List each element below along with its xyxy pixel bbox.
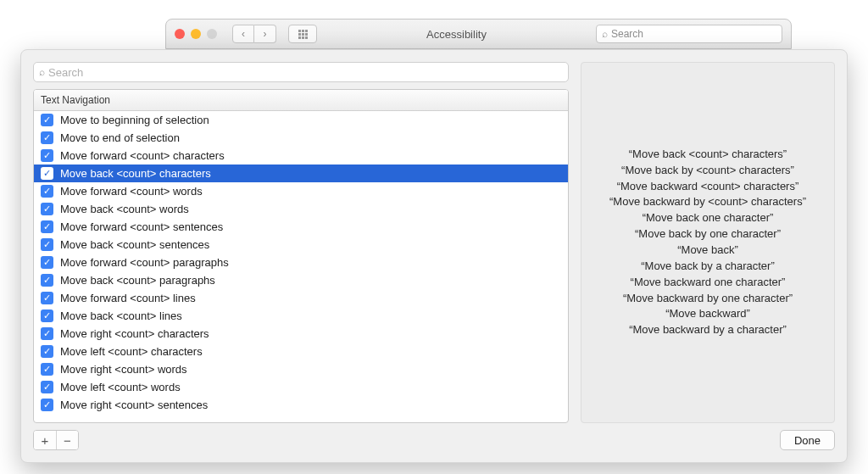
list-item-label: Move forward <count> lines (60, 292, 196, 304)
left-column: ⌕ Text Navigation ✓Move to beginning of … (33, 62, 569, 423)
list-item[interactable]: ✓Move back <count> sentences (34, 236, 568, 254)
list-item-label: Move back <count> sentences (60, 238, 209, 251)
nav-back-forward: ‹ › (232, 25, 276, 43)
phrase-line: “Move backward by a character” (609, 322, 806, 338)
checkbox-icon[interactable]: ✓ (41, 149, 53, 162)
checkbox-icon[interactable]: ✓ (41, 203, 53, 215)
section-header: Text Navigation (34, 90, 568, 111)
done-button[interactable]: Done (780, 430, 835, 450)
list-item[interactable]: ✓Move to end of selection (34, 129, 568, 147)
list-item[interactable]: ✓Move back <count> words (34, 200, 568, 218)
search-icon: ⌕ (39, 66, 45, 78)
back-button[interactable]: ‹ (232, 25, 254, 43)
list-item-label: Move forward <count> characters (60, 149, 225, 162)
checkbox-icon[interactable]: ✓ (41, 131, 53, 144)
commands-scroll[interactable]: ✓Move to beginning of selection✓Move to … (34, 111, 568, 422)
parent-window-titlebar: ‹ › Accessibility ⌕ Search (165, 19, 792, 49)
minimize-icon[interactable] (191, 29, 201, 39)
phrase-line: “Move back by a character” (609, 259, 806, 275)
list-item-label: Move right <count> characters (60, 327, 209, 340)
phrase-line: “Move backward by <count> characters” (609, 194, 806, 210)
checkbox-icon[interactable]: ✓ (41, 114, 53, 126)
sheet-controls: + − Done (33, 430, 835, 450)
phrase-line: “Move back <count> characters” (609, 147, 806, 163)
list-item[interactable]: ✓Move back <count> characters (34, 165, 568, 182)
list-item[interactable]: ✓Move forward <count> lines (34, 289, 568, 307)
checkbox-icon[interactable]: ✓ (41, 238, 53, 251)
checkbox-icon[interactable]: ✓ (41, 309, 53, 322)
checkbox-icon[interactable]: ✓ (41, 399, 53, 411)
list-item-label: Move forward <count> sentences (60, 220, 223, 233)
checkbox-icon[interactable]: ✓ (41, 381, 53, 393)
checkbox-icon[interactable]: ✓ (41, 256, 53, 269)
list-item-label: Move back <count> words (60, 203, 189, 215)
list-item-label: Move forward <count> words (60, 185, 203, 198)
phrases-list: “Move back <count> characters”“Move back… (609, 147, 806, 338)
list-item[interactable]: ✓Move forward <count> characters (34, 147, 568, 165)
phrase-line: “Move back one character” (609, 210, 806, 226)
list-item-label: Move left <count> characters (60, 345, 203, 358)
list-item[interactable]: ✓Move right <count> sentences (34, 396, 568, 414)
list-item-label: Move to beginning of selection (60, 114, 209, 126)
list-item-label: Move left <count> words (60, 381, 181, 393)
toolbar-search-placeholder: Search (611, 28, 643, 40)
checkbox-icon[interactable]: ✓ (41, 363, 53, 376)
forward-button[interactable]: › (254, 25, 276, 43)
sheet-search-input[interactable] (48, 66, 563, 79)
list-item[interactable]: ✓Move right <count> words (34, 360, 568, 378)
commands-list: Text Navigation ✓Move to beginning of se… (33, 89, 569, 423)
checkbox-icon[interactable]: ✓ (41, 274, 53, 287)
checkbox-icon[interactable]: ✓ (41, 167, 53, 180)
list-item[interactable]: ✓Move left <count> characters (34, 343, 568, 360)
phrase-line: “Move backward <count> characters” (609, 179, 806, 195)
window-title: Accessibility (324, 28, 589, 41)
checkbox-icon[interactable]: ✓ (41, 220, 53, 233)
show-all-button[interactable] (288, 25, 317, 43)
add-button[interactable]: + (34, 431, 56, 449)
close-icon[interactable] (175, 29, 185, 39)
phrase-line: “Move back” (609, 243, 806, 259)
window-controls (175, 29, 217, 39)
phrase-line: “Move back by <count> characters” (609, 163, 806, 179)
add-remove-group: + − (33, 430, 79, 450)
list-item[interactable]: ✓Move back <count> paragraphs (34, 271, 568, 289)
list-item[interactable]: ✓Move forward <count> paragraphs (34, 254, 568, 271)
list-item-label: Move right <count> words (60, 363, 187, 376)
phrase-line: “Move backward one character” (609, 275, 806, 291)
list-item[interactable]: ✓Move forward <count> sentences (34, 218, 568, 236)
list-item-label: Move to end of selection (60, 131, 180, 144)
checkbox-icon[interactable]: ✓ (41, 185, 53, 198)
remove-button[interactable]: − (56, 431, 78, 449)
list-item[interactable]: ✓Move left <count> words (34, 378, 568, 396)
list-item-label: Move forward <count> paragraphs (60, 256, 229, 269)
list-item-label: Move right <count> sentences (60, 399, 208, 411)
list-item[interactable]: ✓Move forward <count> words (34, 182, 568, 200)
zoom-icon[interactable] (207, 29, 217, 39)
sheet-search[interactable]: ⌕ (33, 62, 569, 82)
list-item[interactable]: ✓Move right <count> characters (34, 325, 568, 343)
search-icon: ⌕ (602, 28, 608, 40)
phrase-line: “Move back by one character” (609, 226, 806, 243)
list-item-label: Move back <count> lines (60, 309, 182, 322)
phrase-line: “Move backward by one character” (609, 291, 806, 307)
grid-icon (298, 30, 308, 39)
list-item-label: Move back <count> paragraphs (60, 274, 215, 287)
commands-sheet: ⌕ Text Navigation ✓Move to beginning of … (20, 49, 848, 463)
phrases-panel: “Move back <count> characters”“Move back… (581, 62, 835, 423)
toolbar-search[interactable]: ⌕ Search (596, 25, 782, 43)
list-item-label: Move back <count> characters (60, 167, 211, 180)
checkbox-icon[interactable]: ✓ (41, 292, 53, 304)
list-item[interactable]: ✓Move back <count> lines (34, 307, 568, 325)
phrase-line: “Move backward” (609, 306, 806, 322)
checkbox-icon[interactable]: ✓ (41, 327, 53, 340)
checkbox-icon[interactable]: ✓ (41, 345, 53, 358)
list-item[interactable]: ✓Move to beginning of selection (34, 111, 568, 129)
